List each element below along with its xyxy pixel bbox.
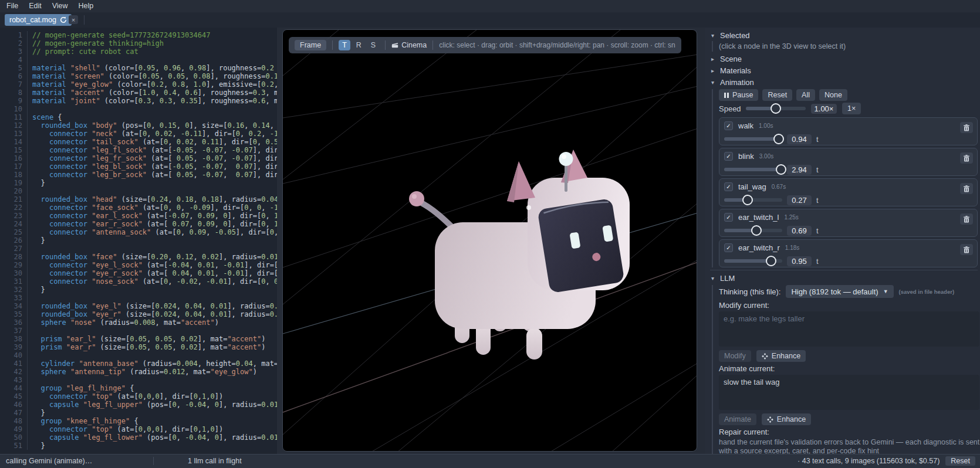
robot-screen-face — [538, 198, 625, 293]
modify-button[interactable]: Modify — [719, 350, 751, 362]
line-number: 32 — [0, 286, 28, 294]
section-animation[interactable]: ▾ Animation — [710, 76, 978, 88]
menu-item-edit[interactable]: Edit — [23, 0, 47, 12]
line-number: 3 — [0, 48, 28, 56]
thinking-dropdown[interactable]: High (8192 tok — default) ▼ — [786, 285, 893, 298]
mode-r-button[interactable]: R — [353, 40, 365, 50]
track-slider-knob[interactable] — [776, 164, 786, 175]
track-list: ✓walk1.00s0.94t✓blink3.00s2.94t✓tail_wag… — [719, 117, 978, 267]
track-slider-knob[interactable] — [766, 256, 776, 266]
line-number: 13 — [0, 130, 28, 138]
track-delete-button[interactable] — [960, 122, 973, 133]
line-number: 17 — [0, 162, 28, 171]
code-line: 37 — [0, 327, 277, 335]
code-line: 42 sphere "antenna_tip" (radius=0.012, m… — [0, 368, 277, 376]
toolbar-divider — [332, 40, 333, 50]
track-delete-button[interactable] — [960, 213, 973, 225]
track-checkbox[interactable]: ✓ — [724, 152, 733, 161]
track-time-slider[interactable] — [724, 168, 782, 171]
dropdown-caret-icon: ▼ — [883, 289, 888, 294]
track-time-unit: t — [816, 196, 819, 205]
viewport-3d[interactable]: Frame TRS Cinema click: select · drag: o… — [282, 29, 697, 452]
section-scene[interactable]: ▸ Scene — [710, 53, 978, 65]
line-number: 22 — [0, 204, 28, 212]
code-line: 7material "eye_glow" (color=[0.2, 0.8, 1… — [0, 80, 277, 89]
track-blink: ✓blink3.00s2.94t — [719, 148, 978, 176]
track-slider-knob[interactable] — [773, 134, 784, 144]
none-tracks-button[interactable]: None — [819, 89, 847, 101]
chevron-down-icon: ▾ — [710, 275, 715, 282]
enhance-animate-button[interactable]: Enhance — [762, 413, 811, 425]
code-line: 2// mogen-generate thinking=high — [0, 39, 277, 48]
track-slider-knob[interactable] — [751, 225, 762, 236]
line-number: 8 — [0, 89, 28, 97]
code-line: 18 connector "leg_br_sock" (at=[ 0.05, -… — [0, 171, 277, 179]
menu-item-help[interactable]: Help — [73, 0, 99, 12]
modify-input[interactable] — [719, 311, 979, 347]
code-line: 11scene { — [0, 113, 277, 121]
menu-item-file[interactable]: File — [1, 0, 23, 12]
animate-input[interactable]: slow the tail wag — [719, 375, 979, 410]
track-time-value: 2.94 — [787, 165, 812, 175]
track-checkbox[interactable]: ✓ — [724, 121, 733, 130]
line-number: 16 — [0, 154, 28, 162]
track-time-value: 0.94 — [787, 134, 812, 144]
track-name: tail_wag — [738, 182, 766, 191]
track-time-slider[interactable] — [724, 229, 782, 232]
menu-item-view[interactable]: View — [47, 0, 73, 12]
line-number: 28 — [0, 253, 28, 261]
all-tracks-button[interactable]: All — [796, 89, 815, 101]
track-delete-button[interactable] — [960, 152, 973, 164]
sparkle-icon — [767, 416, 773, 423]
section-selected[interactable]: ▾ Selected — [710, 29, 978, 41]
track-slider-knob[interactable] — [742, 195, 753, 205]
tab-robot-cat[interactable]: robot_cat.mog — [5, 14, 72, 26]
reset-animation-button[interactable]: Reset — [762, 89, 792, 101]
track-time-slider[interactable] — [724, 259, 782, 263]
code-line: 51 } — [0, 442, 277, 450]
tab-divider — [84, 15, 85, 25]
pause-button[interactable]: Pause — [719, 89, 758, 101]
track-time-slider[interactable] — [724, 198, 782, 202]
toolbar-divider — [385, 40, 386, 50]
track-delete-button[interactable] — [960, 183, 973, 194]
thinking-note: (saved in file header) — [899, 289, 955, 295]
line-number: 43 — [0, 376, 28, 384]
track-time-slider[interactable] — [724, 137, 782, 141]
usage-reset-button[interactable]: Reset — [945, 456, 975, 466]
track-time-unit: t — [816, 257, 819, 266]
code-line: 13 connector "neck" (at=[0, 0.02, -0.11]… — [0, 130, 277, 138]
frame-button[interactable]: Frame — [295, 40, 326, 50]
code-line: 46 capsule "leg_fl_upper" (pos=[0, -0.04… — [0, 401, 277, 409]
tab-close-button[interactable]: × — [69, 15, 78, 24]
speed-slider[interactable] — [746, 107, 806, 110]
enhance-modify-button[interactable]: Enhance — [756, 350, 806, 362]
enhance-label: Enhance — [777, 415, 806, 423]
code-editor[interactable]: 1// mogen-generate seed=1777326724913034… — [0, 28, 277, 455]
code-line: 19 } — [0, 179, 277, 187]
speed-slider-knob[interactable] — [771, 103, 781, 114]
track-checkbox[interactable]: ✓ — [724, 243, 733, 252]
code-line: 6material "screen" (color=[0.05, 0.05, 0… — [0, 72, 277, 80]
mode-t-button[interactable]: T — [339, 40, 350, 50]
speed-reset-button[interactable]: 1× — [842, 103, 861, 114]
animate-button[interactable]: Animate — [719, 413, 756, 425]
code-line: 40 — [0, 351, 277, 360]
track-checkbox[interactable]: ✓ — [724, 213, 733, 222]
mode-s-button[interactable]: S — [367, 40, 379, 50]
repair-label: Repair current: — [719, 428, 978, 436]
code-line: 14 connector "tail_sock" (at=[0, 0.02, 0… — [0, 138, 277, 146]
cinema-button[interactable]: Cinema — [391, 41, 427, 49]
code-line: 25 connector "antenna_sock" (at=[0, 0.09… — [0, 228, 277, 236]
pause-label: Pause — [732, 91, 753, 99]
viewport-toolbar: Frame TRS Cinema click: select · drag: o… — [289, 37, 681, 53]
code-line: 49 connector "top" (at=[0,0,0], dir=[0,1… — [0, 425, 277, 433]
line-number: 41 — [0, 360, 28, 368]
track-checkbox[interactable]: ✓ — [724, 182, 733, 191]
track-delete-button[interactable] — [960, 244, 973, 255]
track-ear_twitch_r: ✓ear_twitch_r1.18s0.95t — [719, 239, 978, 267]
section-llm[interactable]: ▾ LLM — [710, 272, 978, 284]
track-duration: 0.67s — [772, 184, 786, 190]
section-materials[interactable]: ▸ Materials — [710, 65, 978, 76]
refresh-icon[interactable] — [60, 16, 67, 23]
